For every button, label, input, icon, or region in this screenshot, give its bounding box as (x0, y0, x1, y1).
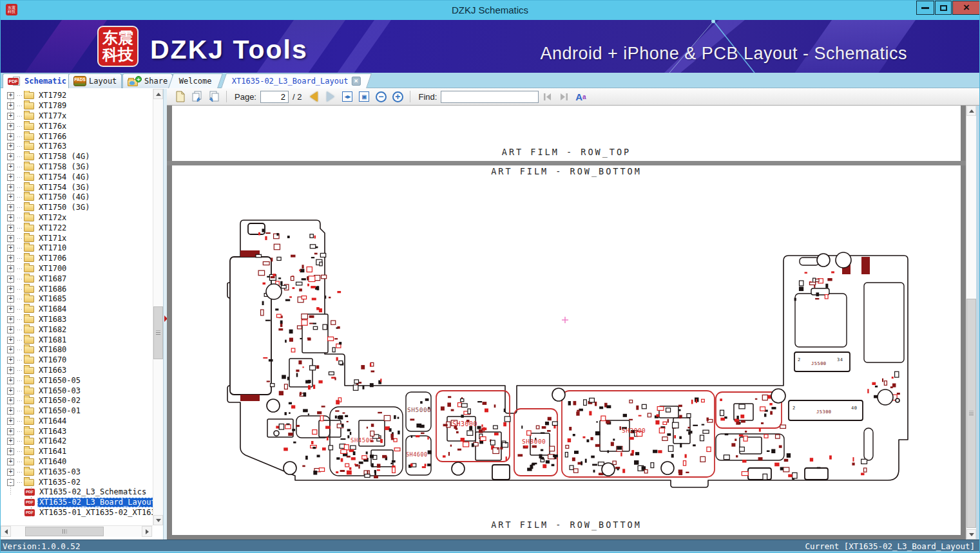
tree-expander[interactable]: + (7, 92, 14, 99)
tree-item-label[interactable]: XT1792 (37, 91, 68, 100)
tree-item-xt1650-02[interactable]: +XT1650-02 (1, 396, 153, 406)
tree-expander[interactable]: + (7, 346, 14, 353)
tree-item-label[interactable]: XT1663 (37, 366, 68, 375)
font-settings-button[interactable]: Aa (574, 90, 587, 103)
tree-item-xt1635-02-l3-board-layout[interactable]: PDFXT1635-02_L3_Board_Layout (1, 498, 153, 508)
tree-item-xt1685[interactable]: +XT1685 (1, 294, 153, 305)
paste-page-icon[interactable] (207, 90, 220, 103)
tree-item-xt1754-3g-[interactable]: +XT1754 (3G) (1, 182, 153, 192)
tree-expander[interactable]: + (7, 469, 14, 476)
tree-item-xt1680[interactable]: +XT1680 (1, 345, 153, 355)
tree-item-xt1792[interactable]: +XT1792 (1, 91, 153, 101)
zoom-out-button[interactable]: − (374, 90, 387, 103)
tree-item-label[interactable]: XT1750 (3G) (37, 203, 91, 212)
maximize-button[interactable] (935, 1, 952, 15)
tree-expander[interactable]: + (7, 295, 14, 303)
tree-item-label[interactable]: XT1758 (4G) (37, 152, 91, 162)
tree-item-xt1635-02-l3-schematics[interactable]: PDFXT1635-02_L3_Schematics (1, 487, 153, 498)
tree-item-xt1681[interactable]: +XT1681 (1, 335, 153, 345)
tree-item-label[interactable]: XT177x (37, 111, 68, 121)
tree-item-xt1706[interactable]: +XT1706 (1, 254, 153, 264)
tree-item-xt1635-03[interactable]: +XT1635-03 (1, 467, 153, 477)
tree-item-xt1763[interactable]: +XT1763 (1, 142, 153, 152)
previous-page-button[interactable] (307, 90, 320, 103)
tree-item-label[interactable]: XT1640 (37, 457, 68, 467)
tree-item-xt171x[interactable]: +XT171x (1, 233, 153, 243)
tree-item-label[interactable]: XT1641 (37, 447, 68, 456)
tree-item-xt1789[interactable]: +XT1789 (1, 101, 153, 111)
tree-vertical-scrollbar[interactable] (153, 89, 163, 525)
tree-item-label[interactable]: XT1700 (37, 264, 68, 274)
tree-item-label[interactable]: XT1650-03 (37, 386, 82, 396)
tree-item-label[interactable]: XT176x (37, 122, 68, 131)
tree-expander[interactable]: + (7, 326, 14, 333)
scrollbar-thumb[interactable] (25, 527, 104, 536)
tree-item-xt1754-4g-[interactable]: +XT1754 (4G) (1, 172, 153, 182)
tree-expander[interactable]: + (7, 204, 14, 211)
tree-expander[interactable]: + (7, 153, 14, 160)
tree-item-label[interactable]: XT1766 (37, 132, 68, 142)
tree-expander[interactable]: + (7, 408, 14, 415)
scroll-up-button[interactable] (153, 89, 163, 99)
tree-item-label[interactable]: XT1686 (37, 285, 68, 294)
tree-expander[interactable]: + (7, 214, 14, 221)
tree-item-label[interactable]: XT1635-02_L3_Board_Layout (37, 498, 153, 507)
tree-expander[interactable]: + (7, 276, 14, 283)
tree-item-label[interactable]: XT1635-02 (37, 478, 82, 487)
close-button[interactable]: × (952, 1, 980, 15)
tree-item-label[interactable]: XT1789 (37, 101, 68, 111)
fit-width-button[interactable]: ◂▸ (341, 90, 354, 103)
tree-item-xt1682[interactable]: +XT1682 (1, 324, 153, 335)
tree-item-label[interactable]: XT1758 (3G) (37, 162, 91, 172)
tree-expander[interactable]: + (7, 448, 14, 455)
tree-expander[interactable]: + (7, 458, 14, 465)
tree-expander[interactable]: + (7, 397, 14, 404)
tree-item-label[interactable]: XT1650-01 (37, 406, 82, 416)
tree-item-xt1635-02[interactable]: -XT1635-02 (1, 477, 153, 487)
tree-expander[interactable]: + (7, 306, 14, 313)
viewer-vertical-scrollbar[interactable] (966, 106, 976, 539)
tree-expander[interactable]: + (7, 255, 14, 262)
tree-expander[interactable]: + (7, 286, 14, 293)
tree-item-label[interactable]: XT1642 (37, 436, 68, 446)
tree-item-label[interactable]: XT1754 (4G) (37, 173, 91, 182)
tree-item-xt1650-05[interactable]: +XT1650-05 (1, 375, 153, 386)
scroll-down-button[interactable] (153, 515, 163, 525)
minimize-button[interactable] (916, 1, 934, 15)
tree-item-label[interactable]: XT1722 (37, 223, 68, 233)
tab-share[interactable]: + Share (122, 73, 173, 88)
scroll-left-button[interactable] (1, 526, 11, 537)
tree-item-xt1663[interactable]: +XT1663 (1, 366, 153, 376)
tab-close-icon[interactable]: × (351, 77, 360, 86)
tree-item-label[interactable]: XT1681 (37, 335, 68, 345)
zoom-in-button[interactable]: + (391, 90, 404, 103)
tree-expander[interactable]: + (7, 428, 14, 435)
tree-item-xt1641[interactable]: +XT1641 (1, 447, 153, 457)
tree-item-xt1650-01[interactable]: +XT1650-01 (1, 406, 153, 417)
tree-item-label[interactable]: XT172x (37, 213, 68, 223)
tree-expander[interactable]: + (7, 184, 14, 191)
tree-item-xt1710[interactable]: +XT1710 (1, 243, 153, 254)
tree-item-label[interactable]: XT1754 (3G) (37, 183, 91, 192)
tree-item-label[interactable]: XT1635-02_L3_Schematics (37, 487, 148, 497)
tree-item-xt1650-03[interactable]: +XT1650-03 (1, 386, 153, 396)
tree-item-xt1750-3g-[interactable]: +XT1750 (3G) (1, 203, 153, 213)
tree-item-label[interactable]: XT1650-02 (37, 396, 82, 406)
tree-item-label[interactable]: XT1685 (37, 294, 68, 304)
tree-item-xt1635-01-xt1635-02-xt1635-03[interactable]: PDFXT1635-01_XT1635-02_XT1635-03 (1, 508, 153, 518)
tree-item-xt172x[interactable]: +XT172x (1, 213, 153, 223)
tab-layout[interactable]: PADS Layout (68, 73, 122, 88)
tree-item-label[interactable]: XT1763 (37, 142, 68, 151)
tree-item-xt1642[interactable]: +XT1642 (1, 436, 153, 447)
document-canvas[interactable]: ART FILM - ROW_TOP ART FILM - ROW_BOTTOM… (167, 106, 966, 539)
scroll-right-button[interactable] (142, 526, 152, 537)
copy-page-icon[interactable] (191, 90, 204, 103)
tree-expander[interactable]: + (7, 102, 14, 109)
tree-item-xt1722[interactable]: +XT1722 (1, 223, 153, 233)
scroll-down-button[interactable] (966, 529, 976, 539)
tree-expander[interactable]: + (7, 194, 14, 201)
tree-expander[interactable]: + (7, 143, 14, 150)
single-page-icon[interactable] (174, 90, 187, 103)
tree-horizontal-scrollbar[interactable] (1, 525, 153, 537)
tree-item-label[interactable]: XT1635-01_XT1635-02_XT1635-03 (37, 508, 153, 518)
